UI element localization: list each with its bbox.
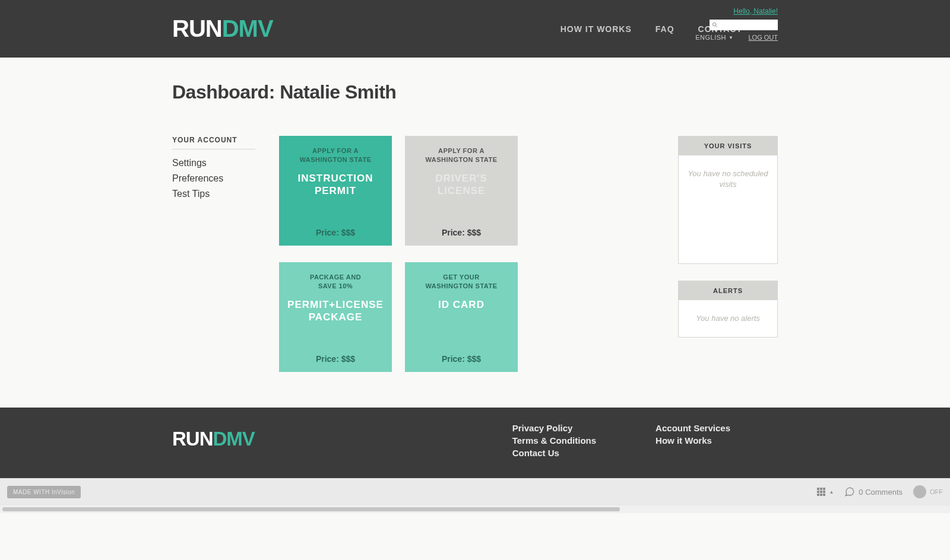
card-title: INSTRUCTION PERMIT — [286, 172, 385, 198]
nav-how-it-works[interactable]: HOW IT WORKS — [560, 24, 632, 34]
invision-comments-button[interactable]: 0 Comments — [844, 486, 902, 497]
toggle-handle-icon — [913, 485, 926, 498]
horizontal-scrollbar[interactable] — [0, 505, 950, 513]
card-title: ID CARD — [412, 298, 511, 311]
footer-logo-run: RUN — [172, 428, 213, 450]
logo-run-text: RUN — [172, 15, 222, 42]
alerts-panel: ALERTS You have no alerts — [678, 281, 778, 338]
scrollbar-thumb[interactable] — [2, 507, 620, 511]
footer-links: Privacy Policy Terms & Conditions Contac… — [512, 423, 778, 458]
sidebar-heading: YOUR ACCOUNT — [172, 136, 255, 149]
footer-col-1: Privacy Policy Terms & Conditions Contac… — [512, 423, 596, 458]
footer-contact[interactable]: Contact Us — [512, 448, 596, 458]
invision-toolbar: MADE WITH InVision ▲ 0 Comments OFF — [0, 478, 950, 505]
alerts-panel-heading: ALERTS — [679, 281, 777, 300]
footer-logo-dmv: DMV — [213, 428, 255, 450]
footer-how-it-works[interactable]: How it Works — [656, 435, 730, 446]
toggle-label: OFF — [930, 488, 943, 495]
card-subtext: GET YOUR WASHINGTON STATE — [412, 273, 511, 291]
comments-count: 0 Comments — [859, 488, 902, 497]
footer-col-2: Account Services How it Works — [656, 423, 730, 458]
language-selector[interactable]: ENGLISH ▼ — [695, 34, 733, 41]
language-label: ENGLISH — [695, 34, 726, 41]
card-title: PERMIT+LICENSE PACKAGE — [286, 298, 385, 324]
chevron-down-icon: ▼ — [729, 35, 733, 40]
card-price: Price: $$$ — [286, 228, 385, 237]
logo[interactable]: RUNDMV — [172, 15, 273, 42]
card-drivers-license[interactable]: APPLY FOR A WASHINGTON STATE DRIVER'S LI… — [405, 136, 518, 246]
chevron-up-icon: ▲ — [829, 489, 834, 495]
invision-toggle[interactable]: OFF — [913, 485, 943, 498]
card-id-card[interactable]: GET YOUR WASHINGTON STATE ID CARD Price:… — [405, 262, 518, 372]
visits-panel: YOUR VISITS You have no scheduled visits — [678, 136, 778, 264]
sidebar-preferences[interactable]: Preferences — [172, 173, 255, 184]
invision-screens-button[interactable]: ▲ — [817, 488, 834, 496]
made-with-badge[interactable]: MADE WITH InVision — [7, 486, 81, 498]
dashboard-row: YOUR ACCOUNT Settings Preferences Test T… — [172, 136, 778, 372]
alerts-panel-body: You have no alerts — [679, 300, 777, 337]
hello-user-link[interactable]: Hello, Natalie! — [733, 7, 778, 15]
right-panels: YOUR VISITS You have no scheduled visits… — [678, 136, 778, 338]
footer-logo[interactable]: RUNDMV — [172, 428, 255, 450]
visits-panel-body: You have no scheduled visits — [679, 155, 777, 263]
header: RUNDMV HOW IT WORKS FAQ CONTACT Hello, N… — [0, 0, 950, 58]
search-box — [710, 19, 778, 30]
card-price: Price: $$$ — [286, 354, 385, 364]
page-title: Dashboard: Natalie Smith — [172, 81, 778, 103]
logout-link[interactable]: LOG OUT — [748, 34, 778, 41]
card-subtext: APPLY FOR A WASHINGTON STATE — [286, 147, 385, 165]
product-cards: APPLY FOR A WASHINGTON STATE INSTRUCTION… — [279, 136, 518, 372]
invision-right-controls: ▲ 0 Comments OFF — [817, 485, 943, 498]
card-title: DRIVER'S LICENSE — [412, 172, 511, 198]
main-content: Dashboard: Natalie Smith YOUR ACCOUNT Se… — [0, 58, 950, 408]
page-footer: RUNDMV Privacy Policy Terms & Conditions… — [0, 408, 950, 478]
sidebar-settings[interactable]: Settings — [172, 158, 255, 168]
card-price: Price: $$$ — [412, 228, 511, 237]
grid-icon — [817, 488, 825, 496]
card-subtext: APPLY FOR A WASHINGTON STATE — [412, 147, 511, 165]
visits-panel-heading: YOUR VISITS — [679, 136, 777, 155]
search-input[interactable] — [710, 20, 778, 30]
card-instruction-permit[interactable]: APPLY FOR A WASHINGTON STATE INSTRUCTION… — [279, 136, 392, 246]
card-subtext: PACKAGE AND SAVE 10% — [286, 273, 385, 291]
header-utility: Hello, Natalie! ENGLISH ▼ LOG OUT — [695, 7, 778, 41]
sidebar-test-tips[interactable]: Test Tips — [172, 189, 255, 199]
account-sidebar: YOUR ACCOUNT Settings Preferences Test T… — [172, 136, 255, 204]
nav-faq[interactable]: FAQ — [656, 24, 674, 34]
footer-privacy[interactable]: Privacy Policy — [512, 423, 596, 433]
header-utility-row: ENGLISH ▼ LOG OUT — [695, 34, 778, 41]
card-price: Price: $$$ — [412, 354, 511, 364]
card-permit-license-package[interactable]: PACKAGE AND SAVE 10% PERMIT+LICENSE PACK… — [279, 262, 392, 372]
footer-terms[interactable]: Terms & Conditions — [512, 435, 596, 446]
footer-account-services[interactable]: Account Services — [656, 423, 730, 433]
logo-dmv-text: DMV — [222, 15, 273, 42]
comment-icon — [844, 486, 855, 497]
